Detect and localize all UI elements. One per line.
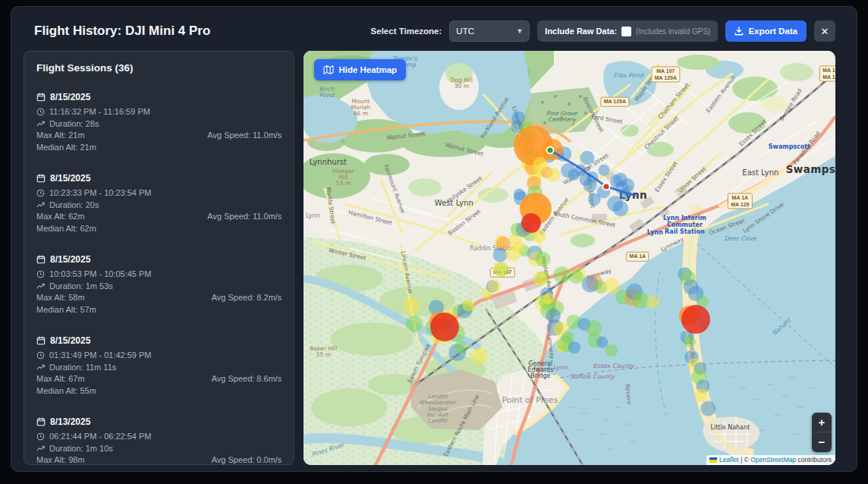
session-time-range: 06:21:44 PM - 06:22:54 PM: [49, 431, 152, 443]
flight-session-card[interactable]: 8/15/2025 10:03:53 PM - 10:05:45 PM Dura…: [36, 254, 281, 316]
session-date: 8/15/2025: [50, 254, 90, 265]
session-median-altitude: Median Alt: 21m: [36, 142, 96, 154]
attribution-separator: | ©: [739, 456, 751, 464]
clock-icon: [36, 189, 45, 197]
flight-sessions-panel: Flight Sessions (36) 8/15/2025 11:16:32 …: [24, 51, 294, 465]
trending-up-icon: [36, 282, 45, 291]
session-avg-speed: Avg Speed: 11.0m/s: [207, 130, 281, 142]
calendar-icon: [36, 417, 46, 426]
clock-icon: [36, 270, 45, 278]
session-list: 8/15/2025 11:16:32 PM - 11:16:59 PM Dura…: [36, 92, 281, 465]
modal-header: Flight History: DJI Mini 4 Pro Select Ti…: [24, 16, 835, 46]
export-data-button[interactable]: Export Data: [725, 20, 807, 42]
trending-up-icon: [36, 445, 45, 453]
zoom-in-button[interactable]: +: [812, 413, 832, 432]
session-time-range: 11:16:32 PM - 11:16:59 PM: [49, 106, 150, 118]
map-icon: [323, 65, 334, 74]
map-attribution: Leaflet | © OpenStreetMap contributors: [706, 455, 835, 465]
attribution-suffix: contributors: [796, 456, 832, 464]
hide-heatmap-label: Hide Heatmap: [338, 65, 397, 74]
raw-data-toggle-group: Include Raw Data: (includes invalid GPS): [537, 20, 718, 42]
flight-session-card[interactable]: 8/15/2025 11:16:32 PM - 11:16:59 PM Dura…: [36, 92, 281, 153]
session-date: 8/13/2025: [50, 416, 90, 427]
session-duration: Duration: 11m 11s: [49, 362, 116, 374]
calendar-icon: [36, 174, 46, 183]
session-time-range: 10:23:33 PM - 10:23:54 PM: [49, 187, 152, 200]
session-median-altitude: Median Alt: 62m: [36, 223, 96, 235]
calendar-icon: [36, 255, 46, 264]
raw-data-note: (includes invalid GPS): [636, 27, 710, 36]
page-title: Flight History: DJI Mini 4 Pro: [24, 24, 371, 39]
session-duration: Duration: 1m 53s: [49, 281, 113, 293]
session-max-altitude: Max Alt: 21m: [36, 130, 85, 142]
calendar-icon: [36, 336, 46, 345]
session-max-altitude: Max Alt: 58m: [36, 292, 85, 304]
session-date: 8/15/2025: [50, 173, 90, 184]
chevron-down-icon: ▼: [516, 27, 523, 35]
flight-session-card[interactable]: 8/13/2025 06:21:44 PM - 06:22:54 PM Dura…: [36, 416, 281, 465]
session-date: 8/15/2025: [50, 92, 90, 102]
session-max-altitude: Max Alt: 62m: [36, 211, 85, 223]
session-time-range: 01:31:49 PM - 01:42:59 PM: [49, 350, 152, 362]
session-avg-speed: Avg Speed: 8.2m/s: [212, 292, 282, 304]
osm-link[interactable]: OpenStreetMap: [750, 456, 796, 464]
ukraine-flag-icon: [709, 457, 717, 463]
trending-up-icon: [36, 201, 45, 209]
export-label: Export Data: [748, 27, 797, 36]
session-median-altitude: Median Alt: 57m: [36, 304, 96, 316]
hide-heatmap-button[interactable]: Hide Heatmap: [314, 59, 406, 80]
session-duration: Duration: 28s: [49, 118, 99, 130]
timezone-select[interactable]: UTC ▼: [449, 20, 530, 42]
trending-up-icon: [36, 363, 45, 372]
clock-icon: [36, 432, 45, 441]
session-avg-speed: Avg Speed: 11.0m/s: [207, 211, 281, 223]
clock-icon: [36, 351, 45, 360]
flight-history-modal: Flight History: DJI Mini 4 Pro Select Ti…: [11, 6, 857, 472]
clock-icon: [36, 108, 45, 116]
session-avg-speed: Avg Speed: 0.0m/s: [212, 454, 282, 465]
trending-up-icon: [36, 120, 45, 128]
close-icon: ✕: [821, 26, 829, 37]
zoom-out-button[interactable]: −: [812, 432, 832, 452]
close-button[interactable]: ✕: [814, 20, 835, 42]
leaflet-link[interactable]: Leaflet: [719, 456, 739, 464]
raw-data-label: Include Raw Data:: [545, 27, 617, 36]
session-max-altitude: Max Alt: 98m: [36, 454, 85, 465]
flight-session-card[interactable]: 8/15/2025 01:31:49 PM - 01:42:59 PM Dura…: [36, 335, 281, 397]
map-canvas[interactable]: Tomlin'sSwampBirchPondMountMoriah46 mDog…: [303, 51, 835, 465]
map-terrain: [303, 51, 835, 465]
map-zoom-control: + −: [812, 413, 832, 452]
session-max-altitude: Max Alt: 67m: [36, 373, 85, 385]
timezone-value: UTC: [456, 27, 474, 36]
session-date: 8/15/2025: [50, 335, 90, 346]
session-duration: Duration: 1m 10s: [49, 443, 113, 455]
session-time-range: 10:03:53 PM - 10:05:45 PM: [49, 269, 152, 281]
flight-session-card[interactable]: 8/15/2025 10:23:33 PM - 10:23:54 PM Dura…: [36, 173, 281, 234]
raw-data-checkbox[interactable]: [621, 27, 631, 36]
timezone-label: Select Timezone:: [371, 27, 442, 36]
download-icon: [734, 27, 744, 36]
sessions-heading: Flight Sessions (36): [36, 62, 281, 74]
session-duration: Duration: 20s: [49, 200, 99, 212]
session-avg-speed: Avg Speed: 8.6m/s: [212, 373, 282, 385]
session-median-altitude: Median Alt: 55m: [36, 385, 96, 398]
calendar-icon: [36, 93, 46, 102]
